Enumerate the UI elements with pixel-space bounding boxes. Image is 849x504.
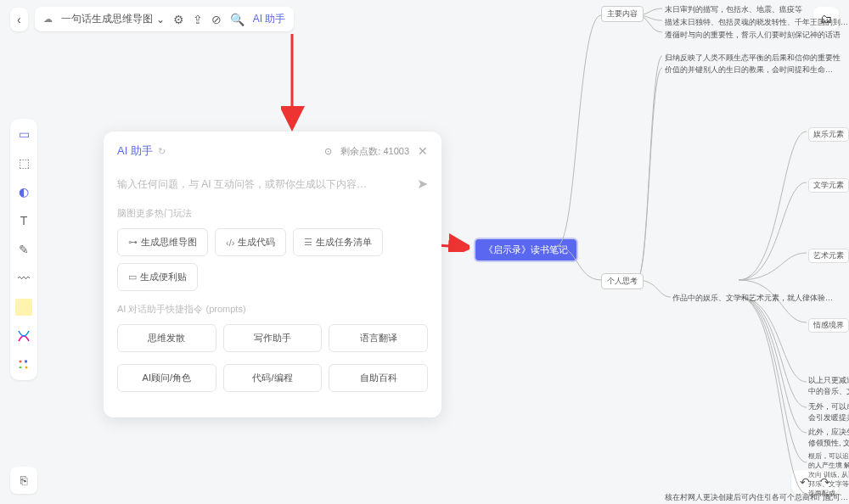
prompt-coding-button[interactable]: 代码/编程	[223, 364, 323, 392]
gen-code-button[interactable]: ‹/›生成代码	[215, 228, 286, 256]
list-icon: ☰	[304, 237, 312, 248]
doc-title[interactable]: 一句话生成思维导图 ⌄	[61, 12, 165, 26]
prompt-writing-button[interactable]: 写作助手	[223, 324, 323, 352]
ai-assistant-panel: AI 助手 ↻ ⊙ 剩余点数: 41003 ✕ ➤ 脑图更多热门玩法 ⊶生成思维…	[104, 132, 441, 417]
export-icon[interactable]: ⇪	[193, 13, 203, 26]
branch-main-content[interactable]: 主要内容	[601, 6, 644, 22]
prompt-wiki-button[interactable]: 自助百科	[329, 364, 428, 392]
svg-point-0	[20, 361, 22, 363]
ai-input[interactable]	[117, 178, 410, 190]
mindmap-center-node[interactable]: 《启示录》读书笔记	[475, 239, 576, 260]
doc-title-text: 一句话生成思维导图	[61, 12, 153, 26]
sub-art[interactable]: 艺术元素	[808, 249, 849, 263]
cloud-icon: ☁	[43, 14, 53, 25]
prompt-translate-button[interactable]: 语言翻译	[329, 324, 428, 352]
section1-label: 脑图更多热门玩法	[117, 207, 428, 220]
mindmap-note[interactable]: 核在村网人更决创建后可内住引各可个总商和门配可另而成占取情设国结	[665, 492, 849, 503]
branch-personal-thinking[interactable]: 个人思考	[601, 273, 644, 289]
credits-icon: ⊙	[324, 146, 332, 157]
gen-sticky-button[interactable]: ▭生成便利贴	[117, 263, 198, 291]
section2-label: AI 对话助手快捷指令 (prompts)	[117, 303, 428, 316]
gen-mindmap-button[interactable]: ⊶生成思维导图	[117, 228, 208, 256]
close-icon[interactable]: ✕	[418, 144, 428, 158]
credits-text: 剩余点数: 41003	[340, 145, 409, 158]
sticky-icon: ▭	[128, 272, 137, 283]
pen-icon[interactable]: ✎	[15, 241, 32, 258]
mindmap-leaf[interactable]: 末日审判的描写，包括水、地震、瘟疫等	[665, 4, 802, 15]
sub-literature[interactable]: 文学元素	[808, 178, 849, 193]
mindmap-leaf[interactable]: 作品中的娱乐、文学和艺术元素，就人律体验统的领该留等	[672, 293, 834, 304]
select-icon[interactable]: ▭	[15, 126, 32, 143]
sub-emotion[interactable]: 情感境界	[808, 318, 849, 333]
prompt-diverge-button[interactable]: 思维发散	[117, 324, 216, 352]
mindmap-note[interactable]: 以上只更减过艺术系 中的音乐、文学等元…	[808, 375, 849, 397]
back-button[interactable]: ‹	[10, 8, 28, 31]
mindmap-note[interactable]: 此外，应决生像作或 修领预性, 文学科目…	[808, 427, 849, 449]
crop-icon[interactable]: ⬚	[15, 154, 32, 171]
settings-icon[interactable]: ⚙	[173, 13, 184, 26]
gen-tasklist-button[interactable]: ☰生成任务清单	[293, 228, 383, 256]
refresh-icon[interactable]: ↻	[158, 146, 166, 157]
mindmap-leaf[interactable]: 遵循时与向的重要性，督示人们要时刻保记神的话语	[665, 30, 841, 41]
arrow-annotation-1	[281, 34, 306, 132]
search-icon[interactable]: 🔍	[230, 13, 245, 26]
mindmap-leaf[interactable]: 价值的并键别人的生日的教果，会时间提和生命价值总对活领拥是要旦在读者格定	[665, 64, 835, 76]
mindmap-note[interactable]: 根后，可以追翻经 比重的人产生境 解决风景意, 次向 训练, 从而进一步 所邦乐…	[808, 451, 849, 498]
curve-icon[interactable]: 〰	[15, 270, 32, 287]
ai-assist-link[interactable]: AI 助手	[253, 12, 286, 26]
note-icon[interactable]	[15, 299, 32, 316]
svg-rect-1	[25, 361, 27, 363]
send-icon[interactable]: ➤	[417, 176, 428, 192]
dropdown-icon: ⌄	[156, 14, 165, 25]
mindmap-note[interactable]: 无外，可以成过思考 会引发暖提共性, 作…	[808, 401, 849, 423]
left-toolbar: ▭ ⬚ ◐ T ✎ 〰	[10, 119, 37, 380]
left-bottom-button[interactable]: ⎘	[10, 467, 37, 494]
text-icon[interactable]: T	[15, 212, 32, 229]
prompt-advisor-button[interactable]: AI顾问/角色	[117, 364, 216, 392]
ai-panel-title: AI 助手	[117, 143, 153, 159]
sub-entertainment[interactable]: 娱乐元素	[808, 127, 849, 142]
mindmap-leaf[interactable]: 描述末日独特、包括灵魂的晓发转性、千年王国的到来等	[665, 17, 849, 28]
mindmap-leaf[interactable]: 归纳反映了人类不顾生态平衡的后果和信仰的重要性	[665, 53, 841, 64]
tag-icon[interactable]: ⊘	[211, 13, 222, 26]
more-icon[interactable]	[15, 356, 32, 373]
mindmap-icon: ⊶	[128, 237, 138, 248]
shape-icon[interactable]: ◐	[15, 183, 32, 200]
connector-icon[interactable]	[15, 328, 32, 344]
code-icon: ‹/›	[226, 238, 234, 248]
svg-point-2	[25, 367, 28, 369]
